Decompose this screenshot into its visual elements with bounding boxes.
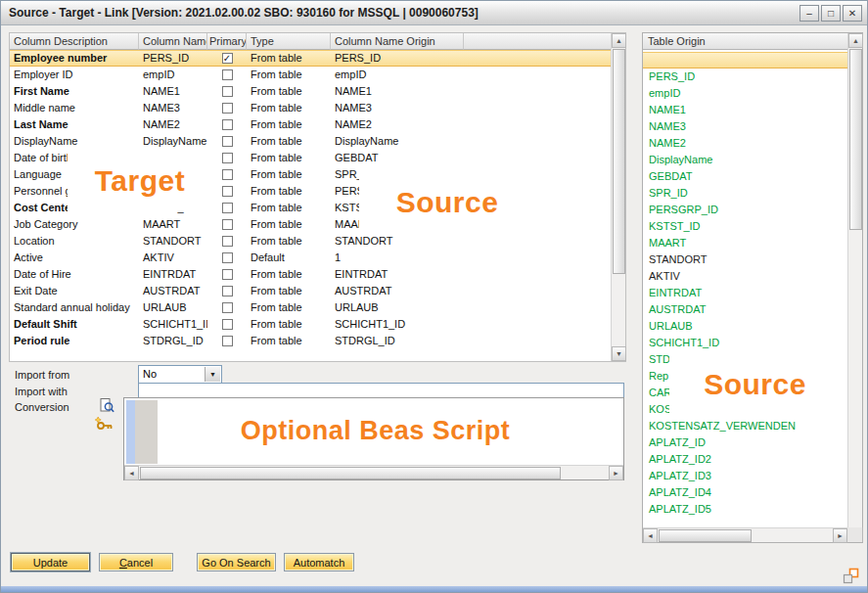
cell-type: From table: [247, 150, 331, 166]
table-row[interactable]: Last NameNAME2From tableNAME2: [10, 116, 625, 133]
preview-icon[interactable]: [100, 398, 114, 417]
origin-list-item[interactable]: APLATZ_ID: [643, 434, 847, 451]
table-row[interactable]: Employer IDempIDFrom tableempID: [10, 67, 625, 83]
primary-checkbox[interactable]: [222, 252, 233, 263]
scroll-right-icon[interactable]: ►: [833, 528, 847, 543]
title-bar[interactable]: Source - Target - Link [Version: 2021.02…: [1, 1, 867, 25]
primary-checkbox[interactable]: [222, 286, 233, 296]
table-row[interactable]: Employee numberPERS_ID✓From tablePERS_ID: [10, 50, 625, 67]
origin-list-item[interactable]: NAME1: [643, 102, 847, 118]
table-row[interactable]: Default ShiftSCHICHT1_IDFrom tableSCHICH…: [10, 316, 625, 333]
table-row[interactable]: Date of HireEINTRDATFrom tableEINTRDAT: [10, 266, 625, 283]
origin-vertical-scrollbar[interactable]: ▲ ▼: [847, 33, 862, 542]
script-hscrollbar-thumb[interactable]: [140, 467, 561, 479]
scroll-up-icon[interactable]: ▲: [848, 33, 863, 48]
chevron-down-icon[interactable]: ▼: [205, 367, 220, 382]
primary-checkbox[interactable]: [222, 153, 233, 163]
table-row[interactable]: Exit DateAUSTRDATFrom tableAUSTRDAT: [10, 283, 625, 299]
origin-list-item[interactable]: MAART: [643, 235, 847, 251]
origin-scrollbar-thumb[interactable]: [849, 49, 862, 230]
resize-grip-icon[interactable]: [843, 568, 859, 584]
origin-list-item[interactable]: GEBDAT: [643, 168, 847, 185]
origin-list-item[interactable]: PERS_ID: [643, 68, 847, 85]
cell-column-description: First Name: [10, 83, 139, 100]
primary-checkbox[interactable]: [222, 69, 233, 80]
cell-primary: [207, 166, 247, 183]
origin-list-item[interactable]: APLATZ_ID2: [643, 451, 847, 468]
header-column-description[interactable]: Column Description: [10, 33, 139, 50]
header-type[interactable]: Type: [247, 33, 331, 50]
table-row[interactable]: LocationSTANDORTFrom tableSTANDORT: [10, 233, 625, 250]
header-column-name-origin[interactable]: Column Name Origin: [331, 33, 464, 50]
primary-checkbox[interactable]: [222, 169, 233, 180]
scrollbar-corner: [847, 527, 862, 542]
maximize-button[interactable]: □: [821, 5, 841, 22]
cancel-button[interactable]: Cancel: [99, 553, 173, 571]
origin-list-item[interactable]: APLATZ_ID4: [643, 484, 847, 501]
origin-list-item[interactable]: SCHICHT1_ID: [643, 335, 847, 351]
automatch-button[interactable]: Automatch: [284, 553, 354, 571]
cell-type: From table: [247, 166, 331, 183]
origin-list-item[interactable]: DisplayName: [643, 152, 847, 168]
primary-checkbox[interactable]: [222, 319, 233, 330]
origin-panel-header[interactable]: Table Origin: [643, 33, 847, 50]
origin-list-item[interactable]: AKTIV: [643, 268, 847, 285]
header-primary[interactable]: Primary: [207, 33, 247, 50]
primary-checkbox[interactable]: [222, 186, 233, 197]
scroll-right-icon[interactable]: ►: [609, 466, 623, 480]
origin-list-item[interactable]: NAME3: [643, 118, 847, 135]
header-column-name[interactable]: Column Name: [139, 33, 207, 50]
origin-hscrollbar-thumb[interactable]: [659, 529, 752, 542]
script-horizontal-scrollbar[interactable]: ◄ ►: [124, 465, 623, 479]
cell-column-description: Active: [10, 250, 139, 266]
cell-primary: [207, 266, 247, 283]
origin-list-item[interactable]: EINTRDAT: [643, 285, 847, 301]
primary-checkbox[interactable]: [222, 236, 233, 247]
origin-list-item[interactable]: PERSGRP_ID: [643, 202, 847, 218]
table-row[interactable]: First NameNAME1From tableNAME1: [10, 83, 625, 100]
primary-checkbox[interactable]: [222, 103, 233, 114]
origin-list-item[interactable]: URLAUB: [643, 318, 847, 335]
primary-checkbox[interactable]: [222, 219, 233, 230]
go-on-search-button[interactable]: Go On Search: [197, 553, 276, 571]
origin-list-item[interactable]: NAME2: [643, 135, 847, 152]
minimize-button[interactable]: –: [799, 5, 819, 22]
primary-checkbox[interactable]: [222, 302, 233, 313]
primary-checkbox[interactable]: [222, 203, 233, 213]
origin-list-item[interactable]: AUSTRDAT: [643, 301, 847, 318]
table-row[interactable]: Standard annual holidayURLAUBFrom tableU…: [10, 299, 625, 316]
origin-selected-row[interactable]: [643, 52, 847, 68]
table-row[interactable]: Middle nameNAME3From tableNAME3: [10, 100, 625, 116]
table-row[interactable]: DisplayNameDisplayNameFrom tableDisplayN…: [10, 133, 625, 150]
origin-list-item[interactable]: SPR_ID: [643, 185, 847, 202]
primary-checkbox[interactable]: ✓: [222, 53, 233, 64]
origin-list-item[interactable]: APLATZ_ID3: [643, 468, 847, 484]
cell-type: From table: [247, 67, 331, 83]
key-icon[interactable]: [95, 416, 114, 435]
primary-checkbox[interactable]: [222, 336, 233, 346]
cell-type: From table: [247, 316, 331, 333]
scroll-down-icon[interactable]: ▼: [612, 346, 626, 361]
table-vertical-scrollbar[interactable]: ▲ ▼: [611, 33, 625, 361]
origin-list-item[interactable]: STANDORT: [643, 251, 847, 268]
primary-checkbox[interactable]: [222, 119, 233, 130]
origin-list-item[interactable]: empID: [643, 85, 847, 102]
scroll-left-icon[interactable]: ◄: [124, 466, 139, 480]
primary-checkbox[interactable]: [222, 136, 233, 147]
table-row[interactable]: Period ruleSTDRGL_IDFrom tableSTDRGL_ID: [10, 333, 625, 349]
origin-horizontal-scrollbar[interactable]: ◄ ►: [643, 527, 847, 542]
table-scrollbar-thumb[interactable]: [613, 49, 625, 274]
origin-list-item[interactable]: KOSTENSATZ_VERWENDEN: [643, 418, 847, 434]
origin-list-item[interactable]: APLATZ_ID5: [643, 501, 847, 518]
update-button[interactable]: Update: [11, 553, 90, 571]
scroll-up-icon[interactable]: ▲: [612, 33, 626, 48]
primary-checkbox[interactable]: [222, 86, 233, 97]
cell-primary: [207, 216, 247, 233]
scroll-left-icon[interactable]: ◄: [643, 528, 658, 543]
origin-list-item[interactable]: KSTST_ID: [643, 218, 847, 235]
import-from-dropdown[interactable]: No ▼: [138, 365, 222, 384]
cell-primary: [207, 333, 247, 349]
primary-checkbox[interactable]: [222, 269, 233, 280]
table-row[interactable]: ActiveAKTIVDefault1: [10, 250, 625, 266]
close-button[interactable]: ✕: [843, 5, 862, 22]
